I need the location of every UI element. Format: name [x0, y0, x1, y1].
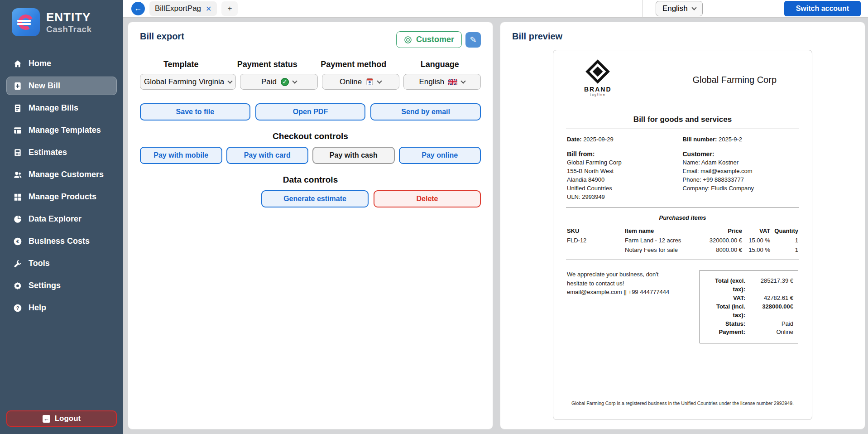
bill-from-heading: Bill from:: [567, 149, 683, 159]
date-label: Date:: [567, 136, 582, 143]
app-root: ENTITY CashTrack Home New Bill: [0, 0, 868, 434]
sidebar-item-manage-templates[interactable]: Manage Templates: [6, 121, 117, 140]
col-header-name: Item name: [625, 227, 706, 234]
invoice-header: BRAND tagline Global Farming Corp: [566, 62, 799, 96]
customers-icon: [13, 170, 22, 179]
brand-text: ENTITY CashTrack: [46, 10, 92, 34]
estimates-icon: [13, 148, 22, 157]
diamond-logo-icon: [588, 62, 607, 81]
pay-with-cash-button[interactable]: Pay with cash: [312, 147, 395, 164]
edit-button[interactable]: ✎: [465, 32, 481, 48]
save-to-file-button[interactable]: Save to file: [140, 103, 250, 121]
language-value: English: [662, 4, 688, 13]
generate-estimate-button[interactable]: Generate estimate: [261, 190, 369, 207]
sidebar-item-estimates[interactable]: Estimates: [6, 143, 117, 162]
sidebar-nav: Home New Bill Manage Bills Manage Templa…: [0, 54, 123, 410]
pay-with-card-button[interactable]: Pay with card: [226, 147, 309, 164]
item-price: 320000.00 €: [706, 237, 742, 244]
invoice-meta: Date: 2025-09-29 Bill number: 2025-9-2 B…: [566, 129, 799, 203]
payment-status-dropdown[interactable]: Paid ✓: [240, 74, 317, 90]
template-dropdown[interactable]: Global Farming Virginia: [140, 74, 236, 90]
item-sku: FLD-12: [567, 237, 599, 244]
bill-export-header: Bill export Customer ✎: [140, 31, 481, 48]
sidebar-item-label: Manage Products: [29, 192, 96, 202]
invoice-footer: Global Farming Corp is a registered busi…: [566, 396, 799, 412]
checkout-controls-heading: Checkout controls: [140, 131, 481, 141]
uk-flag-icon: [448, 79, 457, 85]
data-control-buttons: Generate estimate Delete: [261, 190, 481, 207]
bill-preview-panel: Bill preview BRAND tagline Global Farmin…: [500, 22, 865, 429]
bill-language-dropdown[interactable]: English: [403, 74, 481, 90]
sidebar-item-new-bill[interactable]: New Bill: [6, 77, 117, 95]
switch-account-button[interactable]: Switch account: [784, 1, 861, 16]
total-incl-tax-row: Total (incl. tax): 328000.00€: [705, 303, 793, 320]
tab-close-icon[interactable]: ✕: [206, 5, 211, 13]
new-tab-button[interactable]: +: [221, 1, 238, 16]
customer-line: Email: mail@example.com: [683, 167, 799, 176]
total-label: Status:: [705, 320, 748, 328]
send-by-email-button[interactable]: Send by email: [370, 103, 481, 121]
svg-text:?: ?: [16, 305, 19, 311]
tab-bill-export-page[interactable]: BillExportPag ✕: [149, 1, 217, 16]
bill-from-line: ULN: 2993949: [567, 193, 683, 202]
status-row: Status: Paid: [705, 320, 793, 328]
page-title: Bill export: [140, 31, 184, 42]
col-header-price: Price: [706, 227, 742, 234]
customer-button[interactable]: Customer: [396, 31, 462, 48]
sidebar-item-label: New Bill: [29, 81, 60, 91]
col-header-vat: VAT: [742, 227, 770, 234]
chevron-down-icon: [292, 78, 297, 83]
divider: [566, 260, 799, 260]
payment-status-value: Paid: [261, 77, 277, 87]
wrench-icon: [13, 259, 22, 268]
sidebar-item-data-explorer[interactable]: Data Explorer: [6, 210, 117, 228]
template-label: Template: [140, 60, 222, 69]
language-selector[interactable]: English: [656, 1, 703, 16]
items-table: SKU Item name Price VAT Quantity FLD-12 …: [566, 227, 799, 253]
euro-circle-icon: €: [13, 237, 22, 246]
payment-method-value: Online: [340, 77, 362, 87]
checkout-buttons: Pay with mobile Pay with card Pay with c…: [140, 147, 481, 164]
item-vat: 15.00 %: [742, 246, 770, 253]
pay-with-mobile-button[interactable]: Pay with mobile: [140, 147, 222, 164]
target-icon: [404, 36, 412, 44]
sidebar-item-manage-customers[interactable]: Manage Customers: [6, 165, 117, 184]
main-column: ← BillExportPag ✕ + English Switch accou…: [123, 0, 868, 434]
logout-button[interactable]: ← Logout: [6, 410, 117, 427]
open-pdf-button[interactable]: Open PDF: [255, 103, 366, 121]
sidebar-item-tools[interactable]: Tools: [6, 254, 117, 273]
bill-number-label: Bill number:: [683, 136, 717, 143]
pay-online-button[interactable]: Pay online: [399, 147, 481, 164]
logout-icon: ←: [43, 415, 50, 423]
date-value: 2025-09-29: [583, 136, 614, 143]
sidebar-item-home[interactable]: Home: [6, 54, 117, 73]
brand-title: ENTITY: [46, 10, 92, 24]
topbar: ← BillExportPag ✕ + English Switch accou…: [123, 0, 868, 18]
bill-from-line: Global Farming Corp: [567, 159, 683, 167]
help-icon: ?: [13, 304, 22, 313]
customer-line: Phone: +99 888333777: [683, 176, 799, 184]
bill-from-line: Unified Countries: [567, 184, 683, 193]
payment-method-dropdown[interactable]: Online: [322, 74, 399, 90]
bills-icon: [13, 104, 22, 113]
total-value: 42782.61 €: [748, 294, 793, 303]
customer-controls: Customer ✎: [396, 31, 481, 48]
paid-check-icon: ✓: [281, 78, 289, 86]
sidebar-item-business-costs[interactable]: € Business Costs: [6, 232, 117, 251]
delete-button[interactable]: Delete: [374, 190, 481, 207]
sidebar-item-manage-bills[interactable]: Manage Bills: [6, 99, 117, 117]
sidebar-item-manage-products[interactable]: Manage Products: [6, 188, 117, 206]
sidebar-item-help[interactable]: ? Help: [6, 299, 117, 317]
chevron-down-icon: [461, 78, 466, 83]
invoice-document: BRAND tagline Global Farming Corp Bill f…: [553, 50, 812, 420]
chevron-down-icon: [691, 5, 696, 10]
invoice-brand-logo: BRAND tagline: [584, 62, 612, 96]
payment-status-label: Payment status: [226, 60, 309, 69]
sidebar-item-settings[interactable]: Settings: [6, 276, 117, 295]
invoice-heading: Bill for goods and services: [566, 115, 799, 124]
gear-icon: [13, 281, 22, 290]
app-logo-icon: [12, 8, 40, 36]
templates-icon: [13, 126, 22, 135]
thanks-line: email@example.com || +99 444777444: [567, 288, 680, 297]
back-button[interactable]: ←: [131, 2, 145, 15]
